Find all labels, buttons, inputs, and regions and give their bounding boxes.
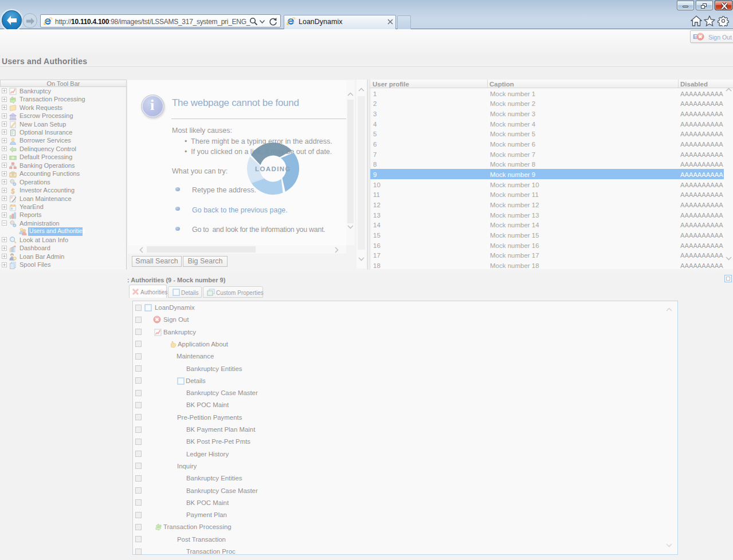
- svg-text:LOADING: LOADING: [255, 165, 291, 172]
